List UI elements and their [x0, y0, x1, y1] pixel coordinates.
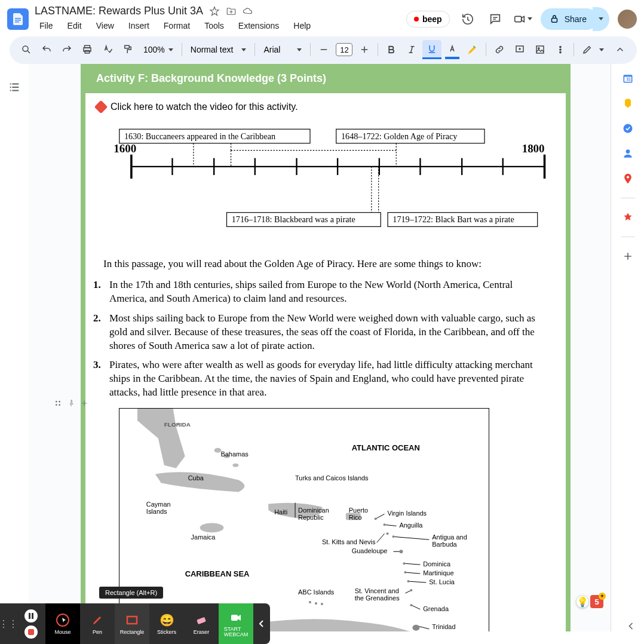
print-icon[interactable]	[78, 40, 97, 59]
undo-icon[interactable]	[37, 40, 56, 59]
svg-text:Guadeloupe: Guadeloupe	[352, 547, 388, 554]
svg-point-99	[410, 589, 412, 591]
eraser-tool[interactable]: Eraser	[184, 603, 219, 644]
link-icon[interactable]	[490, 40, 509, 59]
outline-toggle[interactable]	[0, 64, 29, 631]
paint-format-icon[interactable]	[118, 40, 137, 59]
svg-point-14	[560, 49, 561, 50]
text-color-icon[interactable]	[443, 40, 462, 59]
pen-tool[interactable]: Pen	[80, 603, 115, 644]
add-comment-icon[interactable]	[510, 40, 529, 59]
red-marker-icon	[94, 100, 108, 114]
svg-text:Anguilla: Anguilla	[399, 522, 423, 529]
svg-text:DominicanRepublic: DominicanRepublic	[298, 507, 329, 522]
start-webcam-button[interactable]: STARTWEBCAM	[219, 603, 253, 644]
collapse-bar-icon[interactable]	[253, 620, 270, 628]
extension-badge[interactable]: 💡 5+	[576, 595, 603, 608]
svg-point-110	[626, 176, 628, 178]
add-addon-icon[interactable]	[622, 250, 634, 262]
history-icon[interactable]	[458, 10, 477, 29]
svg-rect-112	[32, 613, 33, 619]
menu-insert[interactable]: Insert	[124, 19, 154, 33]
svg-rect-1	[15, 20, 21, 21]
redo-icon[interactable]	[57, 40, 76, 59]
activity-header: Activity F: Background Knowledge (3 Poin…	[85, 64, 566, 93]
menu-edit[interactable]: Edit	[63, 19, 87, 33]
keep-icon[interactable]	[622, 97, 634, 109]
svg-text:1719–1722: Black Bart was a pi: 1719–1722: Black Bart was a pirate	[392, 214, 514, 224]
menu-file[interactable]: File	[35, 19, 58, 33]
meet-button[interactable]	[513, 13, 532, 26]
svg-text:Haiti: Haiti	[274, 509, 287, 516]
margin-tools[interactable]	[53, 398, 89, 408]
move-folder-icon[interactable]	[226, 6, 237, 17]
share-dropdown[interactable]	[593, 7, 609, 31]
plus-icon	[79, 398, 89, 408]
svg-text:Antigua andBarbuda: Antigua andBarbuda	[432, 534, 467, 548]
svg-rect-4	[551, 18, 557, 22]
cloud-saved-icon[interactable]	[243, 6, 253, 17]
zoom-select[interactable]: 100%	[139, 42, 178, 57]
font-select[interactable]: Arial	[259, 42, 306, 57]
spellcheck-icon[interactable]	[98, 40, 117, 59]
svg-point-98	[407, 580, 409, 582]
list-item: Pirates, who were after wealth as well a…	[103, 358, 548, 400]
comment-icon[interactable]	[486, 10, 505, 29]
contacts-icon[interactable]	[622, 148, 634, 160]
svg-rect-11	[536, 46, 544, 53]
more-icon[interactable]	[551, 40, 570, 59]
mouse-tool[interactable]: Mouse	[45, 603, 80, 644]
menu-format[interactable]: Format	[159, 19, 195, 33]
doc-title[interactable]: LASTNAME: Rewards Plus Unit 3A	[35, 5, 203, 17]
svg-text:St. Vincent andthe Grenadines: St. Vincent andthe Grenadines	[355, 587, 400, 602]
side-panel-toggle-icon[interactable]	[625, 620, 637, 634]
svg-text:CARIBBEAN SEA: CARIBBEAN SEA	[185, 569, 250, 578]
rectangle-tool[interactable]: Rectangle	[115, 603, 149, 644]
svg-text:Bahamas: Bahamas	[220, 450, 249, 458]
pause-record-controls[interactable]	[17, 603, 45, 644]
underline-icon[interactable]	[422, 40, 441, 59]
highlight-icon[interactable]	[463, 40, 482, 59]
chevron-down-icon[interactable]	[599, 48, 604, 51]
share-button[interactable]: Share	[541, 8, 597, 30]
svg-rect-9	[125, 45, 130, 48]
docs-logo[interactable]	[7, 8, 29, 30]
editing-mode-icon[interactable]	[578, 40, 597, 59]
svg-point-92	[384, 524, 386, 526]
menu-tools[interactable]: Tools	[200, 19, 229, 33]
drag-handle-icon[interactable]: ⋮⋮	[0, 618, 17, 630]
beep-button[interactable]: beep	[406, 11, 450, 27]
addon-icon[interactable]	[622, 211, 634, 223]
svg-text:ABC Islands: ABC Islands	[298, 588, 335, 596]
maps-icon[interactable]	[622, 173, 634, 185]
menu-help[interactable]: Help	[289, 19, 315, 33]
bold-icon[interactable]	[382, 40, 401, 59]
calendar-icon[interactable]: 31	[622, 72, 634, 84]
italic-icon[interactable]	[402, 40, 421, 59]
collapse-toolbar-icon[interactable]	[611, 40, 630, 59]
svg-point-109	[625, 149, 630, 154]
menu-view[interactable]: View	[91, 19, 119, 33]
tasks-icon[interactable]	[622, 122, 634, 134]
svg-point-58	[200, 523, 224, 533]
svg-text:ATLANTIC OCEAN: ATLANTIC OCEAN	[352, 443, 420, 452]
svg-text:CaymanIslands: CaymanIslands	[146, 501, 171, 516]
chevron-down-icon	[297, 48, 302, 51]
decrease-font-icon[interactable]	[314, 40, 333, 59]
stickers-tool[interactable]: 😄 Stickers	[149, 603, 184, 644]
star-icon[interactable]	[209, 6, 220, 17]
svg-rect-0	[15, 18, 21, 19]
svg-text:St. Kitts and Nevis: St. Kitts and Nevis	[322, 539, 376, 546]
video-link-text[interactable]: Click here to watch the video for this a…	[111, 102, 298, 112]
svg-line-86	[411, 605, 420, 609]
svg-point-100	[410, 604, 412, 606]
svg-text:1716–1718: Blackbeard was a pi: 1716–1718: Blackbeard was a pirate	[232, 214, 355, 224]
style-select[interactable]: Normal text	[186, 42, 252, 57]
search-icon[interactable]	[17, 40, 36, 59]
document-scroll-area[interactable]: Activity F: Background Knowledge (3 Poin…	[29, 64, 611, 631]
font-size-input[interactable]	[336, 43, 352, 56]
menu-extensions[interactable]: Extensions	[234, 19, 284, 33]
increase-font-icon[interactable]	[355, 40, 374, 59]
user-avatar[interactable]	[618, 10, 637, 29]
insert-image-icon[interactable]	[530, 40, 550, 59]
